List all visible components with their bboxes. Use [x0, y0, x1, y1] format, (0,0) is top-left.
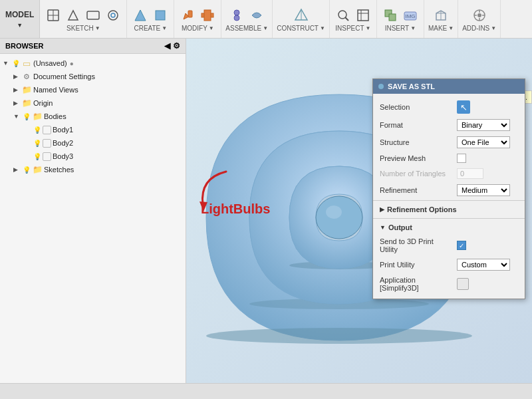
create-icon2[interactable]	[151, 6, 170, 25]
svg-point-5	[111, 13, 115, 17]
make-label[interactable]: MAKE ▼	[428, 25, 454, 32]
print-utility-label: Print Utility	[380, 261, 453, 269]
addins-group: ADD-INS ▼	[458, 0, 501, 38]
tree-item-doc-settings[interactable]: ▶ ⚙ Document Settings	[0, 70, 186, 83]
save-as-stl-dialog[interactable]: SAVE AS STL Selection ↖ Format Binary	[372, 78, 525, 299]
doc-settings-label: Document Settings	[33, 72, 95, 80]
eye-icon-bodies: 💡	[21, 111, 32, 122]
canvas-area[interactable]: LightBulbs Select one component or a bo.…	[186, 39, 532, 383]
browser-collapse-icon[interactable]: ◀	[164, 41, 170, 51]
tree-item-origin[interactable]: ▶ 📁 Origin	[0, 96, 186, 110]
body3-label: Body3	[53, 152, 73, 160]
create-label[interactable]: CREATE ▼	[134, 25, 167, 32]
dialog-body: Selection ↖ Format Binary ASCII	[373, 94, 525, 299]
sketch-group: SKETCH ▼	[40, 0, 127, 38]
send-3d-value[interactable]	[457, 241, 518, 250]
svg-point-4	[108, 11, 118, 20]
structure-select[interactable]: One File One File Per Body	[457, 136, 510, 148]
preview-mesh-value[interactable]	[457, 154, 518, 163]
insert-icon2[interactable]: IMG	[401, 6, 420, 25]
model-menu[interactable]: MODEL ▼	[0, 0, 40, 38]
send-3d-checkbox[interactable]	[457, 241, 466, 250]
construct-label[interactable]: CONSTRUCT ▼	[277, 25, 325, 32]
structure-value[interactable]: One File One File Per Body	[457, 136, 518, 148]
application-icon[interactable]	[457, 278, 469, 290]
dialog-header: SAVE AS STL	[373, 79, 525, 94]
folder-icon-unsaved: ▭	[21, 58, 32, 68]
gear-icon-settings: ⚙	[21, 71, 32, 82]
tree-item-bodies[interactable]: ▼ 💡 📁 Bodies	[0, 110, 186, 123]
browser-content: ▼ 💡 ▭ (Unsaved) ● ▶ ⚙ Document Settings …	[0, 54, 186, 383]
refinement-value[interactable]: Medium Low High	[457, 184, 518, 196]
create-group: CREATE ▼	[127, 0, 174, 38]
tree-item-body2[interactable]: 💡 Body2	[0, 136, 186, 150]
inspect-icon1[interactable]	[334, 6, 352, 25]
format-value[interactable]: Binary ASCII	[457, 119, 518, 131]
create-icon1[interactable]	[131, 6, 150, 25]
selection-value[interactable]: ↖	[457, 100, 518, 114]
svg-rect-21	[389, 14, 396, 21]
send-3d-label: Send to 3D Print Utility	[380, 237, 453, 253]
format-label: Format	[380, 121, 453, 129]
modify-label[interactable]: MODIFY ▼	[182, 25, 214, 32]
folder-icon-views: 📁	[21, 84, 32, 95]
preview-mesh-checkbox[interactable]	[457, 154, 466, 163]
browser-settings-icon[interactable]: ⚙	[173, 41, 180, 51]
output-label: Output	[388, 223, 412, 231]
dialog-row-send-3d: Send to 3D Print Utility	[373, 235, 525, 256]
print-utility-select[interactable]: Custom Other	[457, 259, 510, 271]
assemble-label[interactable]: ASSEMBLE ▼	[225, 25, 268, 32]
dialog-row-format: Format Binary ASCII	[373, 116, 525, 134]
format-select[interactable]: Binary ASCII	[457, 119, 510, 131]
addins-icon1[interactable]	[470, 6, 489, 25]
svg-point-12	[234, 15, 239, 21]
browser-header: BROWSER ◀ ⚙	[0, 39, 186, 54]
refinement-select[interactable]: Medium Low High	[457, 184, 510, 196]
inspect-label[interactable]: INSPECT ▼	[335, 25, 370, 32]
insert-label[interactable]: INSERT ▼	[385, 25, 416, 32]
tree-item-body3[interactable]: 💡 Body3	[0, 150, 186, 163]
sketch-label[interactable]: SKETCH ▼	[66, 25, 100, 32]
sketch-icon3[interactable]	[84, 6, 102, 25]
make-icon1[interactable]	[432, 6, 450, 25]
insert-icon1[interactable]	[381, 6, 400, 25]
sketch-icon2[interactable]	[64, 6, 82, 25]
refinement-options-arrow: ▶	[380, 206, 384, 213]
application-value[interactable]	[457, 278, 518, 290]
refinement-options-section[interactable]: ▶ Refinement Options	[373, 202, 525, 217]
model-label: MODEL	[5, 10, 34, 19]
tree-item-sketches[interactable]: ▶ 💡 📁 Sketches	[0, 163, 186, 176]
body-icon-body3	[43, 152, 51, 161]
preview-mesh-label: Preview Mesh	[380, 154, 453, 162]
addins-label[interactable]: ADD-INS ▼	[462, 25, 496, 32]
print-utility-value[interactable]: Custom Other	[457, 259, 518, 271]
construct-icon1[interactable]	[292, 6, 311, 25]
modify-icon2[interactable]	[198, 6, 217, 25]
assemble-icon1[interactable]	[227, 6, 246, 25]
construct-group: CONSTRUCT ▼	[273, 0, 330, 38]
folder-icon-sketches: 📁	[32, 164, 43, 175]
tree-item-body1[interactable]: 💡 Body1	[0, 123, 186, 136]
insert-group: IMG INSERT ▼	[377, 0, 424, 38]
tree-item-named-views[interactable]: ▶ 📁 Named Views	[0, 83, 186, 96]
inspect-icon2[interactable]	[354, 6, 372, 25]
bodies-label: Bodies	[44, 112, 66, 120]
modify-icon1[interactable]	[178, 6, 197, 25]
sketch-icon1[interactable]	[44, 6, 63, 25]
triangles-value	[457, 168, 518, 179]
refinement-label: Refinement	[380, 186, 453, 194]
cursor-icon: ↖	[457, 100, 470, 114]
body-icon-body1	[43, 126, 51, 134]
assemble-icon2[interactable]	[247, 6, 266, 25]
unsaved-label: (Unsaved)	[33, 59, 67, 67]
svg-line-16	[345, 17, 348, 21]
dialog-row-application: Application [Simplify3D]	[373, 273, 525, 295]
output-section[interactable]: ▼ Output	[373, 220, 525, 235]
svg-point-36	[316, 196, 362, 239]
assemble-group: ASSEMBLE ▼	[221, 0, 273, 38]
tree-item-unsaved[interactable]: ▼ 💡 ▭ (Unsaved) ●	[0, 57, 186, 70]
svg-rect-3	[87, 11, 99, 19]
modify-group: MODIFY ▼	[174, 0, 221, 38]
model-arrow: ▼	[17, 22, 23, 29]
sketch-icon4[interactable]	[104, 6, 122, 25]
